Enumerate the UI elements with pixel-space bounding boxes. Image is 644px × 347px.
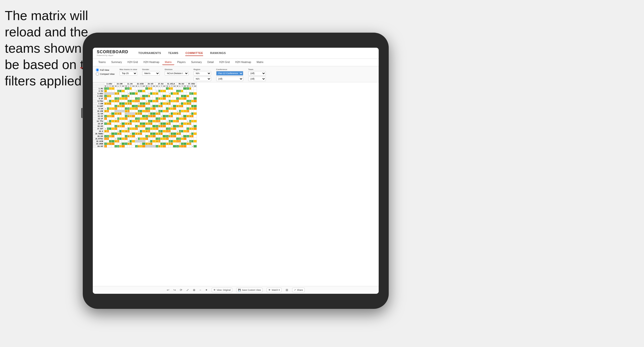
nav-rankings[interactable]: RANKINGS — [210, 50, 226, 56]
zoom-in-icon[interactable]: ⊕ — [193, 288, 195, 292]
matrix-cell: 2 — [117, 105, 119, 107]
matrix-cell — [140, 100, 142, 102]
matrix-container[interactable]: 3. ASU 10. UW 11. UA 22. UCB 24. UO 27. … — [93, 82, 379, 286]
matrix-cell: 2 — [189, 107, 191, 110]
tablet-side-button — [81, 108, 83, 118]
matrix-cell: 1 — [115, 145, 117, 148]
matrix-cell — [135, 123, 138, 125]
matrix-cell — [171, 115, 173, 118]
matrix-cell — [176, 115, 179, 118]
share-button[interactable]: ↗ Share — [292, 288, 305, 292]
view-radio-group: Full View Compact View — [96, 68, 115, 76]
sub-nav-players[interactable]: Players — [175, 60, 188, 65]
matrix-cell — [194, 135, 197, 138]
sub-nav-matrix[interactable]: Matrix — [162, 60, 174, 65]
sub-nav-teams[interactable]: Teams — [96, 60, 108, 65]
sub-nav-h2h-heatmap[interactable]: H2H Heatmap — [141, 60, 162, 65]
matrix-cell: 0 — [138, 90, 140, 92]
matrix-cell — [173, 105, 176, 107]
matrix-cell: 9 — [156, 110, 158, 112]
matrix-cell — [109, 115, 111, 118]
sub-nav-players-h2h-heatmap[interactable]: H2H Heatmap — [233, 60, 254, 65]
view-original-button[interactable]: 👁 View: Original — [212, 288, 232, 292]
matrix-cell — [187, 118, 189, 120]
matrix-cell — [150, 95, 152, 97]
matrix-cell — [163, 92, 166, 95]
compact-view-radio[interactable]: Compact View — [96, 72, 115, 76]
matrix-cell: 2 — [148, 115, 150, 118]
matrix-cell — [176, 135, 179, 138]
division-select[interactable]: NCAA Division I — [165, 71, 189, 76]
region-select2[interactable]: N/A — [194, 77, 211, 81]
redo-icon[interactable]: ↪ — [173, 288, 176, 292]
team-select2[interactable]: (All) — [248, 77, 266, 81]
sub-nav-players-h2h-grid[interactable]: H2H Grid — [217, 60, 232, 65]
matrix-cell — [142, 100, 145, 102]
team-select[interactable]: (All) — [248, 71, 266, 76]
sub-nav-players-matrix[interactable]: Matrix — [254, 60, 266, 65]
gender-select[interactable]: Men's — [142, 71, 160, 76]
matrix-cell: 3 — [125, 130, 128, 133]
matrix-cell: 0 — [158, 130, 160, 133]
matrix-cell — [104, 133, 107, 135]
col-header-asu: 3. ASU — [104, 83, 115, 85]
matrix-cell — [183, 120, 187, 123]
save-custom-button[interactable]: 💾 Save Custom View — [236, 288, 263, 292]
region-select[interactable]: N/A — [194, 71, 211, 76]
matrix-cell — [148, 118, 150, 120]
watch-button[interactable]: 👁 Watch ▾ — [267, 288, 282, 292]
matrix-cell: 4 — [187, 87, 189, 90]
matrix-cell: 3 — [145, 102, 148, 105]
matrix-cell: 1 — [104, 135, 107, 138]
matrix-cell: 1 — [187, 100, 189, 102]
max-teams-select[interactable]: Top 25 — [120, 71, 137, 76]
matrix-cell: 2 — [166, 95, 169, 97]
sub-nav-players-summary[interactable]: Summary — [189, 60, 204, 65]
zoom-out-icon[interactable]: − — [199, 288, 201, 292]
matrix-cell — [122, 133, 125, 135]
matrix-cell — [130, 135, 132, 138]
matrix-cell: 2 — [104, 102, 107, 105]
matrix-cell — [138, 140, 140, 143]
matrix-cell — [117, 102, 119, 105]
matrix-cell — [104, 120, 107, 123]
matrix-cell: 4 — [158, 140, 160, 143]
matrix-cell — [150, 130, 152, 133]
conference-select2[interactable]: (All) — [216, 77, 243, 81]
table-row: 3. ASU239393930 — [93, 92, 197, 95]
sub-nav-summary[interactable]: Summary — [109, 60, 124, 65]
matrix-cell — [115, 135, 117, 138]
row-label: 22. UCB — [93, 140, 104, 143]
undo-icon[interactable]: ↩ — [167, 288, 169, 292]
matrix-cell — [109, 110, 111, 112]
col-osu-t: T — [191, 85, 194, 87]
nav-tournaments[interactable]: TOURNAMENTS — [138, 50, 161, 56]
conference-select[interactable]: Pac-12 Conference — [216, 71, 243, 76]
nav-committee[interactable]: COMMITTEE — [185, 50, 203, 56]
matrix-cell: 2 — [187, 128, 189, 130]
division-label: Division — [165, 68, 189, 71]
grid-icon[interactable]: ⊞ — [286, 288, 288, 292]
matrix-cell — [104, 112, 107, 115]
matrix-cell — [125, 105, 128, 107]
matrix-cell: 2 — [179, 145, 181, 148]
matrix-cell — [140, 125, 142, 128]
matrix-cell — [152, 102, 156, 105]
matrix-cell — [122, 123, 125, 125]
matrix-cell — [111, 112, 115, 115]
sub-nav-h2h-grid[interactable]: H2H Grid — [125, 60, 140, 65]
matrix-cell — [111, 118, 115, 120]
matrix-cell — [150, 97, 152, 100]
expand-icon[interactable]: ⤢ — [186, 288, 189, 292]
matrix-cell — [194, 133, 197, 135]
full-view-radio[interactable]: Full View — [96, 68, 115, 72]
matrix-cell: 3 — [135, 92, 138, 95]
matrix-cell — [152, 128, 156, 130]
matrix-cell — [148, 90, 150, 92]
nav-teams[interactable]: TEAMS — [168, 50, 178, 56]
watch-icon: 👁 — [268, 289, 271, 291]
sub-nav-detail[interactable]: Detail — [205, 60, 216, 65]
col-header-ua: 11. UA — [125, 83, 135, 85]
star-icon[interactable]: ✦ — [205, 288, 208, 292]
refresh-icon[interactable]: ⟳ — [180, 288, 182, 292]
